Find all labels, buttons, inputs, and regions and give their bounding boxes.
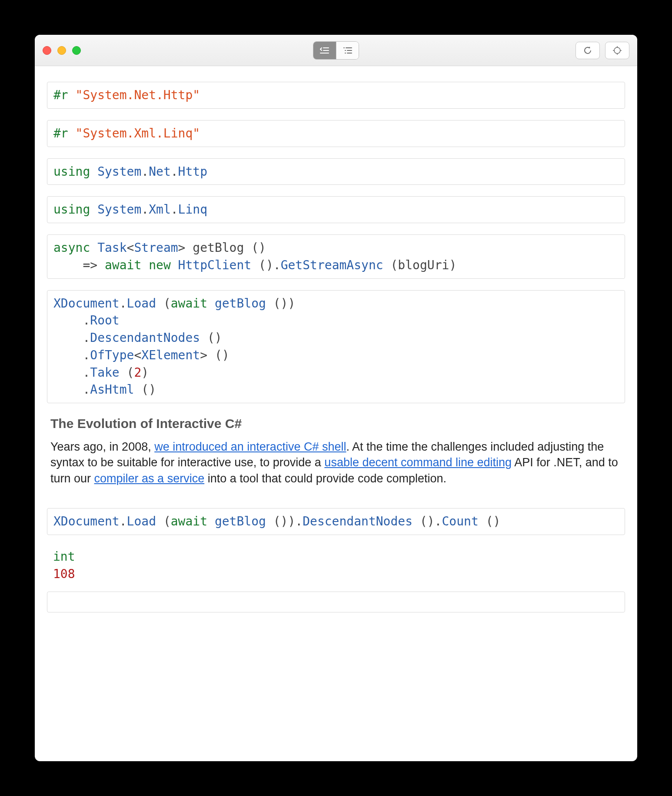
view-mode-segmented: [313, 41, 359, 60]
result-type: int: [53, 549, 75, 564]
code-cell[interactable]: using System.Xml.Linq: [47, 196, 625, 223]
traffic-lights: [43, 46, 81, 55]
code-cell-empty[interactable]: [47, 592, 625, 612]
outline-view-button[interactable]: [336, 42, 359, 59]
refresh-icon: [583, 46, 592, 55]
code-view-button[interactable]: [313, 42, 336, 59]
code-cell[interactable]: async Task<Stream> getBlog () => await n…: [47, 234, 625, 279]
close-button[interactable]: [43, 46, 51, 55]
output-link[interactable]: we introduced an interactive C# shell: [154, 440, 346, 453]
outline-icon: [343, 47, 353, 54]
notebook-content[interactable]: #r "System.Net.Http" #r "System.Xml.Linq…: [35, 66, 637, 761]
code-cell[interactable]: XDocument.Load (await getBlog ()).Descen…: [47, 508, 625, 535]
app-window: #r "System.Net.Http" #r "System.Xml.Linq…: [35, 35, 637, 761]
result-output: int 108: [47, 546, 625, 592]
output-link[interactable]: compiler as a service: [94, 472, 205, 485]
output-link[interactable]: usable decent command line editing: [324, 456, 512, 469]
output-heading: The Evolution of Interactive C#: [50, 416, 622, 431]
toolbar-right: [576, 42, 629, 59]
minimize-button[interactable]: [57, 46, 66, 55]
output-paragraph: Years ago, in 2008, we introduced an int…: [50, 439, 622, 486]
svg-point-9: [614, 47, 620, 54]
target-button[interactable]: [605, 42, 629, 59]
code-list-icon: [320, 47, 329, 54]
target-icon: [612, 46, 622, 55]
code-cell[interactable]: #r "System.Xml.Linq": [47, 120, 625, 147]
result-value: 108: [53, 567, 75, 581]
titlebar: [35, 35, 637, 66]
refresh-button[interactable]: [576, 42, 600, 59]
maximize-button[interactable]: [72, 46, 81, 55]
code-cell[interactable]: #r "System.Net.Http": [47, 82, 625, 109]
code-cell[interactable]: XDocument.Load (await getBlog ()) .Root …: [47, 290, 625, 404]
code-cell[interactable]: using System.Net.Http: [47, 158, 625, 185]
